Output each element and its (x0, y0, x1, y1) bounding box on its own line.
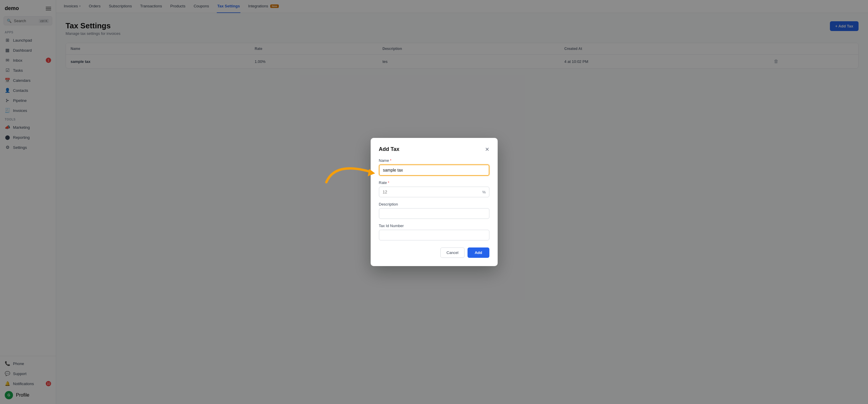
dialog-header: Add Tax ✕ (379, 146, 489, 152)
field-name-label: Name * (379, 158, 489, 163)
add-tax-dialog: Add Tax ✕ Name * Rate * % Description (371, 138, 498, 266)
rate-wrapper: % (379, 187, 489, 197)
tax-id-input[interactable] (379, 230, 489, 240)
field-tax-id-label: Tax Id Number (379, 223, 489, 228)
arrow-annotation (317, 156, 382, 192)
rate-input[interactable] (379, 187, 489, 197)
dialog-title: Add Tax (379, 146, 400, 152)
form-group-description: Description (379, 202, 489, 219)
percent-suffix: % (482, 190, 486, 194)
form-group-name: Name * (379, 158, 489, 176)
form-group-tax-id: Tax Id Number (379, 223, 489, 240)
modal-overlay: Add Tax ✕ Name * Rate * % Description (0, 0, 868, 404)
cancel-button[interactable]: Cancel (440, 247, 465, 258)
name-input[interactable] (379, 164, 489, 176)
required-indicator: * (390, 158, 391, 163)
field-rate-label: Rate * (379, 181, 489, 185)
form-group-rate: Rate * % (379, 181, 489, 197)
description-input[interactable] (379, 208, 489, 219)
dialog-footer: Cancel Add (379, 247, 489, 258)
required-indicator: * (388, 181, 389, 185)
svg-marker-0 (368, 169, 375, 176)
close-dialog-button[interactable]: ✕ (485, 147, 489, 152)
add-button[interactable]: Add (467, 247, 489, 258)
field-description-label: Description (379, 202, 489, 207)
